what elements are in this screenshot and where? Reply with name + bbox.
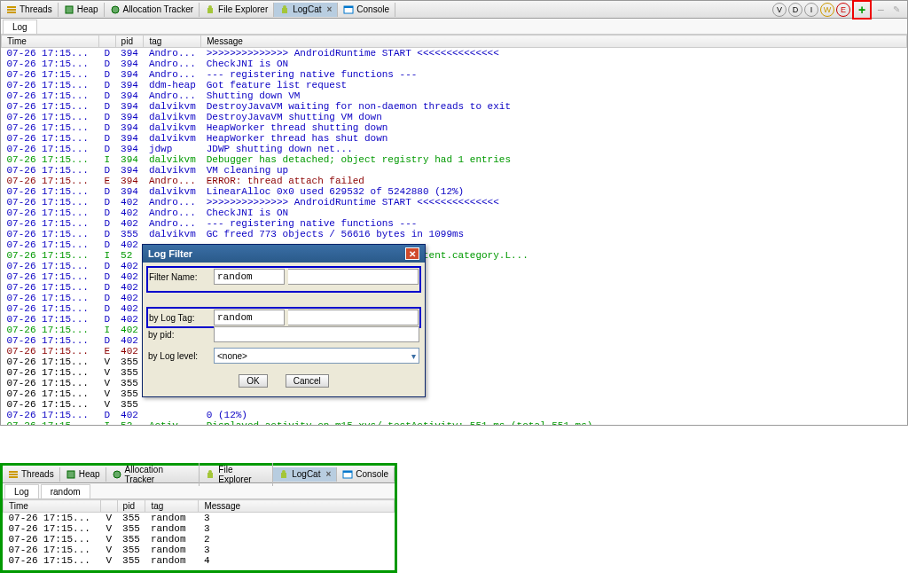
cancel-button[interactable]: Cancel — [286, 374, 329, 388]
tab-heap[interactable]: Heap — [59, 3, 105, 17]
log-row[interactable]: 07-26 17:15...V355 — [2, 388, 907, 399]
tab-allocation-tracker[interactable]: Allocation Tracker — [105, 3, 200, 17]
log-row[interactable]: 07-26 17:15...D394dalvikvmDestroyJavaVM … — [2, 101, 907, 112]
close-icon[interactable]: × — [326, 4, 332, 14]
dialog-title-text: Log Filter — [148, 248, 192, 259]
chevron-down-icon: ▾ — [411, 351, 416, 361]
heap-icon — [64, 4, 74, 15]
log-row[interactable]: 07-26 17:15...D402 — [2, 293, 907, 303]
add-filter-highlight: + — [852, 0, 872, 20]
by-log-level-label: by Log level: — [148, 351, 210, 361]
log-tag-highlight: by Log Tag: — [146, 307, 421, 328]
log-row[interactable]: 07-26 17:15...D402 — [2, 239, 907, 250]
edit-filter-icon[interactable]: ✎ — [889, 3, 904, 17]
by-log-tag-input-ext[interactable] — [288, 310, 419, 325]
col-pid[interactable]: pid — [115, 35, 144, 48]
log-row[interactable]: 07-26 17:15...D394jdwpJDWP shutting down… — [2, 144, 907, 154]
log-row[interactable]: 07-26 17:15...E402 — [2, 346, 907, 357]
log-row[interactable]: 07-26 17:15...D402 — [2, 282, 907, 293]
svg-point-6 — [208, 5, 212, 9]
by-pid-input[interactable] — [214, 326, 419, 342]
log-row[interactable]: 07-26 17:15...D402 — [2, 314, 907, 325]
log-row[interactable]: 07-26 17:15...D394Andro...CheckJNI is ON — [2, 59, 907, 69]
view-tab-bar: ThreadsHeapAllocation TrackerFile Explor… — [1, 1, 907, 19]
log-row[interactable]: 07-26 17:15...D402 — [2, 335, 907, 346]
log-row[interactable]: 07-26 17:15...D402Andro...--- registerin… — [2, 218, 907, 229]
svg-rect-1 — [7, 9, 16, 11]
log-row[interactable]: 07-26 17:15...D394dalvikvmHeapWorker thr… — [2, 122, 907, 133]
log-row[interactable]: 07-26 17:15...V355 — [2, 378, 907, 388]
log-row[interactable]: 07-26 17:15...I52 id.intent.action.MAIN … — [2, 250, 907, 261]
log-row[interactable]: 07-26 17:15...V355 — [2, 357, 907, 367]
level-e-icon[interactable]: E — [836, 3, 850, 17]
col-level[interactable] — [99, 35, 116, 48]
svg-point-8 — [283, 5, 286, 9]
log-row[interactable]: 07-26 17:15...I394dalvikvmDebugger has d… — [2, 154, 907, 165]
svg-rect-3 — [66, 6, 73, 13]
tab-threads[interactable]: Threads — [1, 3, 59, 17]
filter-name-input-ext[interactable] — [288, 269, 419, 285]
col-tag[interactable]: tag — [144, 35, 201, 48]
alloc-icon — [110, 4, 121, 15]
log-row[interactable]: 07-26 17:15...D402 threads to exit — [2, 271, 907, 282]
svg-rect-10 — [344, 6, 353, 8]
tab-logcat[interactable]: LogCat× — [274, 3, 338, 17]
level-w-icon[interactable]: W — [820, 3, 834, 17]
svg-rect-2 — [7, 12, 16, 13]
by-pid-label: by pid: — [148, 330, 210, 340]
log-row[interactable]: 07-26 17:15...V355 — [2, 399, 907, 410]
log-row[interactable]: 07-26 17:15...V355 — [2, 367, 907, 378]
log-row[interactable]: 07-26 17:15...D402 — [2, 303, 907, 314]
log-row[interactable]: 07-26 17:15...D394Andro...Shutting down … — [2, 90, 907, 101]
log-row[interactable]: 07-26 17:15...D394Andro...--- registerin… — [2, 69, 907, 80]
svg-point-4 — [112, 6, 119, 13]
threads-icon — [6, 4, 17, 15]
log-row[interactable]: 07-26 17:15...D394dalvikvmVM cleaning up — [2, 165, 907, 176]
level-i-icon[interactable]: I — [804, 3, 818, 17]
log-area: Time pid tag Message 07-26 17:15...D394A… — [1, 35, 907, 425]
filter-tab-bar: Log — [1, 19, 907, 35]
log-row[interactable]: 07-26 17:15...I52Activ...Displayed activ… — [2, 420, 907, 425]
dialog-titlebar[interactable]: Log Filter ✕ — [143, 245, 425, 263]
log-row[interactable]: 07-26 17:15...E394Andro...ERROR: thread … — [2, 176, 907, 186]
log-row[interactable]: 07-26 17:15...D394dalvikvmLinearAlloc 0x… — [2, 186, 907, 197]
log-row[interactable]: 07-26 17:15...D394ddm-heapGot feature li… — [2, 80, 907, 90]
svg-rect-0 — [7, 6, 16, 8]
ok-button[interactable]: OK — [239, 374, 267, 388]
android-icon — [279, 4, 290, 15]
log-table: Time pid tag Message 07-26 17:15...D394A… — [1, 35, 907, 425]
log-tab[interactable]: Log — [3, 20, 37, 34]
filter-name-input[interactable] — [214, 269, 285, 285]
level-v-icon[interactable]: V — [772, 3, 787, 17]
log-row[interactable]: 07-26 17:15...D402 0 (12%) — [2, 410, 907, 420]
toolbar: V D I W E + − ✎ — [772, 0, 907, 20]
level-select-value: <none> — [217, 351, 247, 361]
level-d-icon[interactable]: D — [788, 3, 802, 17]
log-row[interactable]: 07-26 17:15...D394dalvikvmDestroyJavaVM … — [2, 112, 907, 122]
android-icon — [205, 4, 215, 15]
by-log-tag-input[interactable] — [214, 310, 285, 325]
add-filter-icon[interactable]: + — [855, 3, 869, 17]
col-time[interactable]: Time — [2, 35, 99, 48]
tab-console[interactable]: Console — [338, 3, 395, 17]
log-row[interactable]: 07-26 17:15...D394Andro...>>>>>>>>>>>>>>… — [2, 48, 907, 59]
log-row[interactable]: 07-26 17:15...D394dalvikvmHeapWorker thr… — [2, 133, 907, 144]
filter-name-highlight: Filter Name: — [146, 266, 421, 293]
close-icon[interactable]: ✕ — [405, 247, 419, 260]
log-row[interactable]: 07-26 17:15...I402 y had 1 entries — [2, 325, 907, 335]
log-row[interactable]: 07-26 17:15...D402Andro...>>>>>>>>>>>>>>… — [2, 197, 907, 208]
log-row[interactable]: 07-26 17:15...D355dalvikvmGC freed 773 o… — [2, 229, 907, 239]
by-log-tag-label: by Log Tag: — [149, 313, 210, 323]
log-row[interactable]: 07-26 17:15...D402 — [2, 261, 907, 271]
log-row[interactable]: 07-26 17:15...D402Andro...CheckJNI is ON — [2, 208, 907, 218]
log-filter-dialog: Log Filter ✕ Filter Name: by Log Tag: by… — [142, 244, 426, 397]
logcat-panel: ThreadsHeapAllocation TrackerFile Explor… — [0, 0, 908, 426]
remove-filter-icon[interactable]: − — [873, 3, 888, 17]
tab-file-explorer[interactable]: File Explorer — [200, 3, 274, 17]
col-message[interactable]: Message — [201, 35, 907, 48]
by-log-level-select[interactable]: <none> ▾ — [214, 348, 419, 364]
filter-name-label: Filter Name: — [149, 272, 210, 282]
console-icon — [343, 4, 354, 15]
